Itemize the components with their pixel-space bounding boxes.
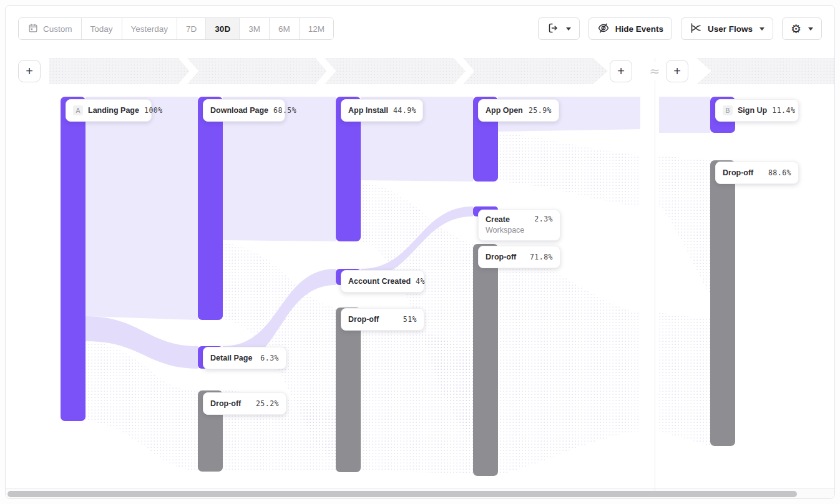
date-range-3m[interactable]: 3M bbox=[239, 18, 269, 39]
settings-button[interactable]: ⚙ bbox=[782, 17, 822, 40]
node-card-app-open[interactable]: App Open 25.9% bbox=[478, 99, 559, 122]
date-range-label: 6M bbox=[278, 24, 290, 34]
horizontal-scrollbar-thumb[interactable] bbox=[7, 491, 797, 497]
node-label: Drop-off bbox=[348, 315, 379, 324]
node-card-create-workspace[interactable]: Create Workspace 2.3% bbox=[478, 210, 560, 241]
node-bar-download-page[interactable] bbox=[198, 97, 223, 320]
date-range-30d[interactable]: 30D bbox=[205, 18, 239, 39]
add-step-button-end-a[interactable]: + bbox=[610, 60, 632, 82]
dropoff-trail-b bbox=[659, 313, 710, 446]
node-label: Landing Page bbox=[88, 106, 139, 115]
node-label: App Install bbox=[348, 106, 388, 115]
node-bar-dropoff-step-3[interactable] bbox=[336, 308, 361, 472]
step-badge: A bbox=[73, 105, 83, 115]
node-card-dropoff-b[interactable]: Drop-off 88.6% bbox=[715, 162, 799, 184]
hide-events-label: Hide Events bbox=[615, 24, 663, 34]
chevron-down-icon bbox=[808, 27, 813, 31]
link-landing-detail bbox=[85, 316, 198, 369]
date-range-label: Yesterday bbox=[131, 24, 168, 34]
node-card-app-install[interactable]: App Install 44.9% bbox=[341, 99, 423, 122]
add-step-button-start[interactable]: + bbox=[18, 60, 41, 82]
date-range-6m[interactable]: 6M bbox=[269, 18, 299, 39]
node-label: Drop-off bbox=[210, 399, 241, 408]
node-percent: 2.3% bbox=[534, 215, 553, 223]
node-label: App Open bbox=[486, 106, 523, 115]
date-range-group: Custom Today Yesterday 7D 30D 3M 6M 12M bbox=[18, 17, 334, 40]
link-appopen-dropoffb-2 bbox=[659, 155, 710, 294]
date-range-label: 3M bbox=[248, 24, 260, 34]
node-bar-dropoff-step-4[interactable] bbox=[473, 244, 498, 476]
view-mode-label: User Flows bbox=[708, 24, 753, 34]
node-percent: 51% bbox=[403, 315, 417, 324]
node-percent: 44.9% bbox=[393, 106, 416, 115]
step-label: Landing Page bbox=[75, 67, 127, 76]
node-percent: 11.4% bbox=[772, 106, 795, 115]
hide-events-button[interactable]: Hide Events bbox=[588, 17, 672, 40]
dropoff-trail-2 bbox=[361, 308, 473, 473]
export-icon bbox=[547, 22, 559, 36]
view-mode-button[interactable]: User Flows bbox=[681, 17, 773, 40]
node-card-landing-page[interactable]: A Landing Page 100% bbox=[66, 99, 152, 122]
step-segment-b[interactable]: B Sign Up bbox=[720, 58, 760, 84]
gear-icon: ⚙ bbox=[791, 23, 801, 35]
node-label: Account Created bbox=[348, 277, 411, 286]
node-card-account-created[interactable]: Account Created 4% bbox=[341, 270, 424, 293]
node-label: Sign Up bbox=[738, 106, 767, 115]
date-range-12m[interactable]: 12M bbox=[299, 18, 333, 39]
chevron-down-icon bbox=[566, 27, 571, 31]
step-segment-a[interactable]: A Landing Page bbox=[65, 58, 127, 84]
add-step-button-start-b[interactable]: + bbox=[666, 60, 688, 82]
step-label: Sign Up bbox=[730, 67, 760, 76]
node-percent: 6.3% bbox=[260, 354, 279, 362]
node-label: Drop-off bbox=[486, 253, 516, 261]
date-range-today[interactable]: Today bbox=[81, 18, 122, 39]
plus-icon: + bbox=[617, 65, 625, 77]
approx-separator: ≈ bbox=[646, 62, 663, 80]
date-range-7d[interactable]: 7D bbox=[177, 18, 205, 39]
date-range-yesterday[interactable]: Yesterday bbox=[122, 18, 177, 39]
horizontal-scrollbar-track bbox=[6, 488, 834, 498]
node-card-dropoff-step-3[interactable]: Drop-off 51% bbox=[341, 308, 424, 331]
user-flows-panel: Custom Today Yesterday 7D 30D 3M 6M 12M bbox=[5, 5, 835, 499]
link-landing-dropoff bbox=[85, 341, 198, 471]
date-range-label: 12M bbox=[308, 24, 325, 34]
node-card-detail-page[interactable]: Detail Page 6.3% bbox=[203, 347, 286, 369]
plus-icon: + bbox=[673, 65, 681, 77]
node-card-dropoff-step-4[interactable]: Drop-off 71.8% bbox=[478, 246, 560, 268]
node-percent: 25.2% bbox=[256, 399, 279, 408]
date-range-label: 30D bbox=[215, 24, 230, 34]
node-label: Detail Page bbox=[210, 354, 252, 362]
node-percent: 100% bbox=[144, 106, 163, 115]
section-divider bbox=[655, 58, 655, 491]
node-label-line2: Workspace bbox=[486, 225, 524, 236]
node-card-dropoff-step-2[interactable]: Drop-off 25.2% bbox=[203, 392, 286, 415]
node-bar-dropoff-b[interactable] bbox=[710, 160, 735, 446]
node-card-download-page[interactable]: Download Page 68.5% bbox=[203, 99, 285, 122]
flows-icon bbox=[690, 22, 702, 36]
node-percent: 71.8% bbox=[530, 253, 553, 261]
link-landing-download bbox=[85, 97, 198, 320]
toolbar: Custom Today Yesterday 7D 30D 3M 6M 12M bbox=[6, 6, 834, 51]
dropoff-trail-3 bbox=[498, 244, 640, 475]
date-range-label: Custom bbox=[43, 24, 72, 34]
calendar-icon bbox=[27, 22, 39, 36]
step-badge: B bbox=[723, 105, 733, 115]
export-button[interactable] bbox=[538, 17, 580, 40]
node-percent: 25.9% bbox=[529, 106, 552, 115]
node-card-sign-up[interactable]: B Sign Up 11.4% bbox=[715, 99, 799, 122]
node-percent: 88.6% bbox=[768, 168, 791, 177]
node-label: Download Page bbox=[210, 106, 268, 115]
step-letter: B bbox=[720, 67, 726, 76]
date-range-label: 7D bbox=[186, 24, 197, 34]
node-percent: 68.5% bbox=[273, 106, 296, 115]
link-account-workspace bbox=[361, 206, 473, 279]
step-letter: A bbox=[65, 67, 71, 76]
node-label: Create bbox=[486, 215, 524, 225]
link-left-signup bbox=[659, 97, 710, 133]
eye-off-icon bbox=[597, 22, 610, 36]
chevron-down-icon bbox=[759, 27, 764, 31]
node-bar-landing-page[interactable] bbox=[61, 97, 85, 421]
link-appopen-dropoffb-1 bbox=[498, 133, 640, 206]
plus-icon: + bbox=[26, 65, 33, 77]
date-range-custom[interactable]: Custom bbox=[19, 18, 81, 39]
